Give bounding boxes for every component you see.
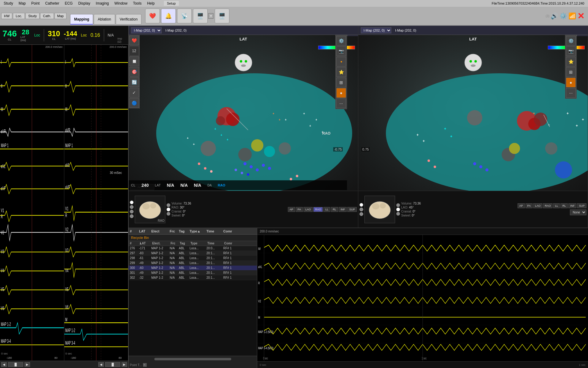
view-rao-btn-left[interactable]: RAO bbox=[313, 207, 323, 212]
view-up-btn[interactable] bbox=[167, 203, 170, 207]
map-button[interactable]: Map bbox=[55, 13, 66, 19]
toolbar-dropdown[interactable]: ▼ bbox=[208, 13, 213, 19]
view-ap-btn-left[interactable]: AP bbox=[288, 207, 295, 212]
ecg-next-btn2[interactable]: ▶ bbox=[122, 362, 127, 367]
view-mid-btn[interactable] bbox=[167, 208, 170, 211]
view-lao-btn-right[interactable]: LAO bbox=[533, 203, 542, 208]
menu-display[interactable]: Display bbox=[76, 1, 92, 6]
right-tool-orange[interactable]: ● bbox=[566, 78, 576, 87]
ecg-prev-btn2[interactable]: ◀ bbox=[98, 362, 104, 367]
network-icon[interactable]: 📶 bbox=[568, 12, 576, 20]
left-tool-check[interactable]: ✓ bbox=[129, 88, 139, 98]
right-tool-settings[interactable]: ⚙️ bbox=[566, 36, 576, 46]
ecg-prev-btn[interactable]: ◀ bbox=[1, 362, 7, 367]
menu-map[interactable]: Map bbox=[16, 1, 28, 6]
view-sup-btn-right[interactable]: SUP bbox=[577, 203, 586, 208]
tool-camera[interactable]: 📷 bbox=[336, 46, 346, 56]
slider-dot-1[interactable] bbox=[130, 201, 134, 204]
view-pa-btn-right[interactable]: PA bbox=[526, 203, 533, 208]
settings-icon[interactable]: ⚙️ bbox=[560, 12, 567, 20]
slider-dot-4[interactable] bbox=[130, 214, 134, 218]
toolbar-icon-5[interactable]: 🖥️ bbox=[215, 9, 229, 23]
menu-point[interactable]: Point bbox=[29, 1, 42, 6]
slider-dot-3[interactable] bbox=[130, 210, 134, 213]
view-ll-btn-left[interactable]: LL bbox=[323, 207, 330, 212]
view-rl-btn-right[interactable]: RL bbox=[560, 203, 568, 208]
tool-dots[interactable]: ··· bbox=[336, 98, 346, 108]
tab-ablation[interactable]: Ablation bbox=[94, 14, 115, 25]
speaker-icon[interactable]: 🔊 bbox=[551, 12, 558, 20]
table-row[interactable]: 297 -83 MAP 1-2 N/A ABL Loca... 20:1... … bbox=[129, 251, 257, 256]
right-tool-camera[interactable]: 📷 bbox=[566, 46, 576, 56]
none-dropdown[interactable]: None bbox=[570, 209, 586, 215]
tool-settings[interactable]: ⚙️ bbox=[336, 36, 346, 46]
heart-canvas-right[interactable]: LAT bbox=[358, 35, 588, 191]
slider-dot-2[interactable] bbox=[130, 205, 134, 209]
view-down-btn[interactable] bbox=[167, 212, 170, 216]
toolbar-icon-4[interactable]: 🖥️ bbox=[193, 9, 208, 23]
heart-canvas-left[interactable]: LAT bbox=[129, 35, 358, 191]
table-row[interactable]: 300 -60 MAP 1-2 N/A ABL Loca... 20:1... … bbox=[129, 266, 257, 270]
table-row[interactable]: 276 -171 MAP 1-2 N/A ABL Loca... 20:0...… bbox=[129, 246, 257, 251]
view-inf-btn-right[interactable]: INF bbox=[568, 203, 577, 208]
close-table-btn[interactable]: ✕ bbox=[143, 363, 147, 367]
left-tool-refresh[interactable]: 🔄 bbox=[129, 77, 139, 87]
close-button[interactable]: ✕ bbox=[577, 11, 584, 21]
tool-orange[interactable]: ● bbox=[336, 88, 346, 98]
toolbar-icon-2[interactable]: 🔔 bbox=[161, 9, 176, 23]
table-row[interactable]: 298 -61 MAP 1-2 N/A ABL Loca... 20:1... … bbox=[129, 256, 257, 261]
menu-imaging[interactable]: Imaging bbox=[93, 1, 111, 6]
slider-dot-r2[interactable] bbox=[360, 208, 363, 211]
view-mid-btn-r[interactable] bbox=[396, 208, 400, 211]
toolbar-icon-1[interactable]: ❤️ bbox=[145, 9, 160, 23]
right-tool-dots[interactable]: ··· bbox=[566, 88, 576, 98]
table-row[interactable]: 301 -49 MAP 1-2 N/A ABL Loca... 20:1... … bbox=[129, 270, 257, 275]
tab-mapping[interactable]: Mapping bbox=[70, 14, 93, 25]
map-select-left[interactable]: I-Map (202, 0) bbox=[131, 27, 162, 33]
slider-dot-r3[interactable] bbox=[360, 212, 363, 216]
view-sup-btn-left[interactable]: SUP bbox=[347, 207, 357, 212]
table-row[interactable]: 302 -32 MAP 1-2 N/A ABL Loca... 20:1... … bbox=[129, 275, 257, 280]
view-arrow-right bbox=[396, 203, 400, 216]
right-tool-grid[interactable]: ⊞ bbox=[566, 67, 576, 77]
table-scroll-thumb[interactable] bbox=[154, 358, 231, 360]
view-ll-btn-right[interactable]: LL bbox=[553, 203, 560, 208]
view-up-btn-r[interactable] bbox=[396, 203, 400, 207]
study-button[interactable]: Study bbox=[25, 13, 40, 19]
tool-catheter[interactable]: 🔸 bbox=[336, 57, 346, 67]
ecg-next-btn[interactable]: ▶ bbox=[24, 362, 30, 367]
menu-study[interactable]: Study bbox=[1, 1, 16, 6]
ecg-play-btn2[interactable]: ▐▌ bbox=[105, 362, 120, 367]
view-rao-btn-right[interactable]: RAO bbox=[543, 203, 553, 208]
left-tool-calc[interactable]: 🔲 bbox=[129, 56, 139, 66]
left-tool-ball[interactable]: 🔵 bbox=[129, 98, 139, 108]
right-tool-star[interactable]: ⭐ bbox=[566, 57, 576, 67]
tool-star[interactable]: ⭐ bbox=[336, 67, 346, 77]
tool-grid[interactable]: ⊞ bbox=[336, 78, 346, 87]
table-scroll-bar[interactable] bbox=[129, 356, 257, 362]
ecg-play-btn[interactable]: ▐▌ bbox=[8, 362, 23, 367]
menu-catheter[interactable]: Catheter bbox=[43, 1, 62, 6]
tab-verification[interactable]: Verification bbox=[116, 14, 142, 25]
view-down-btn-r[interactable] bbox=[396, 212, 400, 216]
setup-menu[interactable]: Setup bbox=[164, 1, 179, 6]
loc-button[interactable]: Loc. bbox=[13, 13, 25, 19]
view-pa-btn-left[interactable]: PA bbox=[296, 207, 303, 212]
menu-tools[interactable]: Tools bbox=[130, 1, 144, 6]
cath-button[interactable]: Cath. bbox=[40, 13, 54, 19]
slider-dot-r1[interactable] bbox=[360, 203, 363, 207]
view-rl-btn-left[interactable]: RL bbox=[331, 207, 338, 212]
toolbar-icon-3[interactable]: 📡 bbox=[177, 9, 192, 23]
menu-window[interactable]: Window bbox=[112, 1, 130, 6]
view-inf-btn-left[interactable]: INF bbox=[339, 207, 347, 212]
menu-help[interactable]: Help bbox=[145, 1, 157, 6]
left-tool-heart[interactable]: ❤️ bbox=[129, 36, 139, 45]
svg-point-109 bbox=[380, 203, 386, 209]
hw-button[interactable]: HW bbox=[1, 13, 12, 19]
map-select-right[interactable]: I-Map (202, 0) bbox=[361, 27, 391, 33]
table-row[interactable]: 299 -49 MAP 1-2 N/A ABL Loca... 20:1... … bbox=[129, 261, 257, 266]
view-lao-btn-left[interactable]: LAO bbox=[303, 207, 313, 212]
menu-ecg[interactable]: ECG bbox=[62, 1, 75, 6]
view-ap-btn-right[interactable]: AP bbox=[518, 203, 525, 208]
left-tool-target[interactable]: 🎯 bbox=[129, 67, 139, 77]
